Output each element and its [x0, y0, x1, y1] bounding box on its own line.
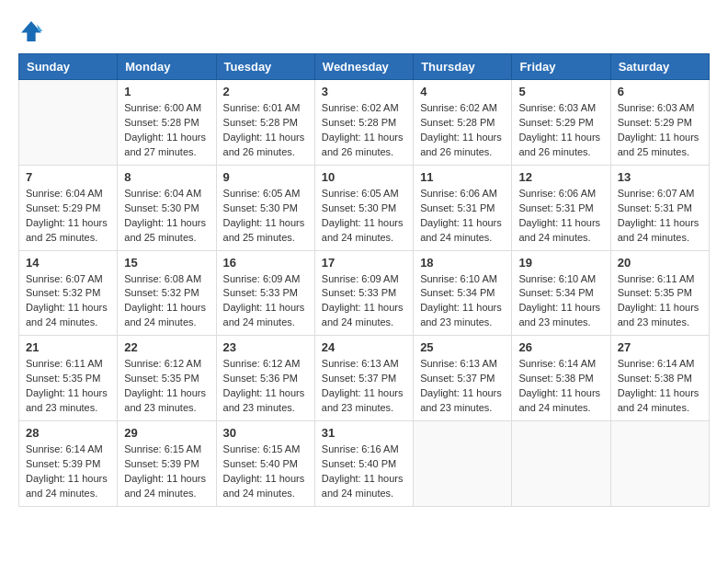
calendar-cell: 6Sunrise: 6:03 AMSunset: 5:29 PMDaylight… [610, 80, 709, 166]
day-info: Sunrise: 6:10 AMSunset: 5:34 PMDaylight:… [420, 272, 505, 331]
calendar-cell: 9Sunrise: 6:05 AMSunset: 5:30 PMDaylight… [216, 165, 314, 250]
day-number: 11 [420, 170, 505, 184]
day-number: 13 [618, 170, 702, 184]
calendar-cell [512, 421, 610, 507]
calendar-cell: 15Sunrise: 6:08 AMSunset: 5:32 PMDayligh… [118, 250, 216, 336]
calendar-week-row: 28Sunrise: 6:14 AMSunset: 5:39 PMDayligh… [19, 421, 710, 507]
day-info: Sunrise: 6:01 AMSunset: 5:28 PMDaylight:… [223, 101, 308, 160]
day-info: Sunrise: 6:13 AMSunset: 5:37 PMDaylight:… [322, 357, 406, 416]
day-number: 3 [322, 85, 406, 98]
day-info: Sunrise: 6:03 AMSunset: 5:29 PMDaylight:… [518, 101, 603, 160]
day-info: Sunrise: 6:15 AMSunset: 5:39 PMDaylight:… [124, 442, 209, 501]
day-number: 1 [124, 85, 209, 98]
day-number: 6 [618, 85, 702, 98]
calendar-cell: 21Sunrise: 6:11 AMSunset: 5:35 PMDayligh… [19, 336, 118, 421]
day-number: 14 [26, 256, 110, 270]
day-info: Sunrise: 6:13 AMSunset: 5:37 PMDaylight:… [420, 357, 505, 416]
day-number: 19 [518, 256, 603, 270]
calendar-cell [414, 421, 512, 507]
calendar-cell: 22Sunrise: 6:12 AMSunset: 5:35 PMDayligh… [118, 336, 216, 421]
page-header [18, 18, 710, 44]
day-info: Sunrise: 6:12 AMSunset: 5:35 PMDaylight:… [124, 357, 209, 416]
calendar-cell: 5Sunrise: 6:03 AMSunset: 5:29 PMDaylight… [512, 80, 610, 166]
day-info: Sunrise: 6:11 AMSunset: 5:35 PMDaylight:… [618, 272, 702, 331]
calendar-cell: 24Sunrise: 6:13 AMSunset: 5:37 PMDayligh… [314, 336, 413, 421]
calendar-cell: 8Sunrise: 6:04 AMSunset: 5:30 PMDaylight… [118, 165, 216, 250]
day-number: 12 [518, 170, 603, 184]
day-info: Sunrise: 6:07 AMSunset: 5:31 PMDaylight:… [618, 187, 702, 246]
day-info: Sunrise: 6:09 AMSunset: 5:33 PMDaylight:… [322, 272, 406, 331]
day-info: Sunrise: 6:07 AMSunset: 5:32 PMDaylight:… [26, 272, 110, 331]
calendar-cell: 20Sunrise: 6:11 AMSunset: 5:35 PMDayligh… [610, 250, 709, 336]
calendar-cell [19, 80, 118, 166]
weekday-header: Thursday [414, 54, 512, 80]
day-info: Sunrise: 6:14 AMSunset: 5:39 PMDaylight:… [26, 442, 110, 501]
day-info: Sunrise: 6:05 AMSunset: 5:30 PMDaylight:… [322, 187, 406, 246]
calendar-cell: 13Sunrise: 6:07 AMSunset: 5:31 PMDayligh… [610, 165, 709, 250]
day-number: 9 [223, 170, 308, 184]
calendar-cell: 11Sunrise: 6:06 AMSunset: 5:31 PMDayligh… [414, 165, 512, 250]
day-number: 31 [322, 426, 406, 440]
day-info: Sunrise: 6:14 AMSunset: 5:38 PMDaylight:… [618, 357, 702, 416]
day-info: Sunrise: 6:02 AMSunset: 5:28 PMDaylight:… [322, 101, 406, 160]
calendar-cell: 23Sunrise: 6:12 AMSunset: 5:36 PMDayligh… [216, 336, 314, 421]
calendar-cell: 7Sunrise: 6:04 AMSunset: 5:29 PMDaylight… [19, 165, 118, 250]
day-info: Sunrise: 6:00 AMSunset: 5:28 PMDaylight:… [124, 101, 209, 160]
weekday-header: Wednesday [314, 54, 413, 80]
calendar-week-row: 1Sunrise: 6:00 AMSunset: 5:28 PMDaylight… [19, 80, 710, 166]
day-number: 7 [26, 170, 110, 184]
day-number: 22 [124, 340, 209, 354]
weekday-header: Friday [512, 54, 610, 80]
weekday-header: Saturday [610, 54, 709, 80]
day-info: Sunrise: 6:09 AMSunset: 5:33 PMDaylight:… [223, 272, 308, 331]
day-number: 28 [26, 426, 110, 440]
day-number: 29 [124, 426, 209, 440]
calendar-cell: 3Sunrise: 6:02 AMSunset: 5:28 PMDaylight… [314, 80, 413, 166]
day-info: Sunrise: 6:05 AMSunset: 5:30 PMDaylight:… [223, 187, 308, 246]
logo [18, 18, 48, 44]
day-number: 21 [26, 340, 110, 354]
day-info: Sunrise: 6:16 AMSunset: 5:40 PMDaylight:… [322, 442, 406, 501]
day-number: 10 [322, 170, 406, 184]
calendar-cell: 4Sunrise: 6:02 AMSunset: 5:28 PMDaylight… [414, 80, 512, 166]
calendar-cell: 31Sunrise: 6:16 AMSunset: 5:40 PMDayligh… [314, 421, 413, 507]
calendar-cell: 30Sunrise: 6:15 AMSunset: 5:40 PMDayligh… [216, 421, 314, 507]
day-number: 24 [322, 340, 406, 354]
calendar-header-row: SundayMondayTuesdayWednesdayThursdayFrid… [19, 54, 710, 80]
calendar-cell: 28Sunrise: 6:14 AMSunset: 5:39 PMDayligh… [19, 421, 118, 507]
calendar-cell: 17Sunrise: 6:09 AMSunset: 5:33 PMDayligh… [314, 250, 413, 336]
logo-icon [18, 18, 44, 44]
day-number: 25 [420, 340, 505, 354]
day-number: 8 [124, 170, 209, 184]
calendar-table: SundayMondayTuesdayWednesdayThursdayFrid… [18, 53, 710, 507]
day-info: Sunrise: 6:12 AMSunset: 5:36 PMDaylight:… [223, 357, 308, 416]
calendar-cell: 27Sunrise: 6:14 AMSunset: 5:38 PMDayligh… [610, 336, 709, 421]
calendar-cell: 26Sunrise: 6:14 AMSunset: 5:38 PMDayligh… [512, 336, 610, 421]
calendar-week-row: 21Sunrise: 6:11 AMSunset: 5:35 PMDayligh… [19, 336, 710, 421]
calendar-cell: 16Sunrise: 6:09 AMSunset: 5:33 PMDayligh… [216, 250, 314, 336]
day-info: Sunrise: 6:10 AMSunset: 5:34 PMDaylight:… [518, 272, 603, 331]
calendar-cell: 2Sunrise: 6:01 AMSunset: 5:28 PMDaylight… [216, 80, 314, 166]
calendar-cell: 25Sunrise: 6:13 AMSunset: 5:37 PMDayligh… [414, 336, 512, 421]
calendar-cell: 12Sunrise: 6:06 AMSunset: 5:31 PMDayligh… [512, 165, 610, 250]
day-info: Sunrise: 6:15 AMSunset: 5:40 PMDaylight:… [223, 442, 308, 501]
calendar-week-row: 14Sunrise: 6:07 AMSunset: 5:32 PMDayligh… [19, 250, 710, 336]
day-info: Sunrise: 6:04 AMSunset: 5:29 PMDaylight:… [26, 187, 110, 246]
day-info: Sunrise: 6:11 AMSunset: 5:35 PMDaylight:… [26, 357, 110, 416]
calendar-cell: 18Sunrise: 6:10 AMSunset: 5:34 PMDayligh… [414, 250, 512, 336]
day-number: 23 [223, 340, 308, 354]
calendar-cell [610, 421, 709, 507]
day-info: Sunrise: 6:08 AMSunset: 5:32 PMDaylight:… [124, 272, 209, 331]
calendar-cell: 1Sunrise: 6:00 AMSunset: 5:28 PMDaylight… [118, 80, 216, 166]
day-number: 16 [223, 256, 308, 270]
day-number: 20 [618, 256, 702, 270]
day-info: Sunrise: 6:04 AMSunset: 5:30 PMDaylight:… [124, 187, 209, 246]
day-info: Sunrise: 6:06 AMSunset: 5:31 PMDaylight:… [518, 187, 603, 246]
weekday-header: Sunday [19, 54, 118, 80]
calendar-cell: 29Sunrise: 6:15 AMSunset: 5:39 PMDayligh… [118, 421, 216, 507]
calendar-cell: 19Sunrise: 6:10 AMSunset: 5:34 PMDayligh… [512, 250, 610, 336]
day-number: 5 [518, 85, 603, 98]
day-info: Sunrise: 6:03 AMSunset: 5:29 PMDaylight:… [618, 101, 702, 160]
svg-marker-0 [21, 21, 41, 41]
day-number: 18 [420, 256, 505, 270]
